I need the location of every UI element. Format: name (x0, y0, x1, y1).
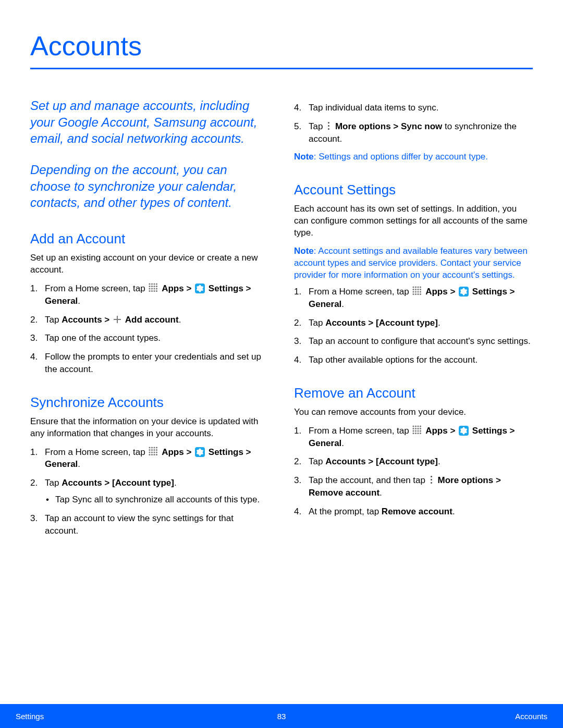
svg-point-45 (415, 293, 417, 295)
svg-point-7 (156, 286, 157, 287)
svg-point-34 (418, 286, 419, 288)
svg-point-4 (149, 286, 151, 287)
footer-page-number: 83 (277, 712, 286, 721)
svg-point-16 (149, 447, 151, 448)
text: Tap (45, 478, 62, 488)
add-account-lead: Set up an existing account on your devic… (30, 252, 269, 276)
svg-point-11 (156, 288, 157, 289)
text-bold: Apps > (162, 447, 194, 457)
svg-point-47 (420, 293, 421, 295)
text-bold: Apps > (425, 426, 458, 436)
step: Follow the prompts to enter your credent… (30, 351, 269, 376)
text: From a Home screen, tap (309, 426, 411, 436)
text-bold: Add account (125, 315, 179, 325)
svg-point-59 (420, 430, 421, 431)
step: Tap other available options for the acco… (294, 354, 533, 366)
svg-point-50 (418, 425, 419, 427)
svg-point-61 (415, 433, 417, 434)
svg-point-18 (154, 447, 155, 448)
acct-settings-lead: Each account has its own set of settings… (294, 203, 533, 239)
step: Tap one of the account types. (30, 332, 269, 344)
svg-point-10 (154, 288, 155, 289)
svg-point-6 (154, 286, 155, 287)
note-sync: Note: Settings and options differ by acc… (294, 151, 533, 163)
page-footer: Settings 83 Accounts (0, 704, 563, 728)
step: Tap an account to configure that account… (294, 335, 533, 348)
svg-point-0 (149, 283, 151, 285)
more-options-icon (429, 475, 434, 485)
apps-grid-icon (412, 286, 422, 295)
svg-point-48 (413, 425, 414, 427)
page-title: Accounts (30, 30, 533, 69)
text: . (179, 315, 181, 325)
heading-synchronize-accounts: Synchronize Accounts (30, 394, 269, 411)
step: From a Home screen, tap Apps > Se (294, 286, 533, 311)
svg-point-51 (420, 425, 421, 427)
sync-lead: Ensure that the information on your devi… (30, 416, 269, 440)
step: Tap Accounts > Add account. (30, 314, 269, 326)
svg-point-40 (413, 291, 414, 292)
svg-point-23 (156, 449, 157, 450)
text-bold: Accounts > [Account type] (325, 456, 438, 466)
svg-point-58 (418, 430, 419, 431)
svg-point-13 (151, 290, 153, 292)
svg-point-8 (149, 288, 151, 289)
text-bold: Apps > (425, 287, 458, 297)
note-label: Note (294, 246, 314, 256)
note-acct-settings: Note: Account settings and available fea… (294, 245, 533, 281)
text: From a Home screen, tap (45, 447, 148, 457)
sub-bullets: Tap Sync all to synchronize all accounts… (45, 493, 269, 506)
text: . (78, 296, 80, 306)
svg-point-21 (151, 449, 153, 450)
text: . (341, 438, 344, 448)
note-text: : Account settings and available feature… (294, 246, 528, 280)
remove-steps: From a Home screen, tap Apps > Se (294, 425, 533, 518)
svg-point-56 (413, 430, 414, 431)
plus-icon (113, 315, 121, 324)
left-column: Set up and manage accounts, including yo… (30, 97, 269, 543)
svg-point-60 (413, 433, 414, 434)
settings-gear-icon (459, 426, 469, 436)
note-label: Note (294, 152, 314, 162)
footer-left: Settings (16, 712, 44, 721)
svg-point-24 (149, 451, 151, 453)
text-bold: Accounts > [Account type] (62, 478, 174, 488)
footer-right: Accounts (515, 712, 547, 721)
apps-grid-icon (149, 447, 158, 456)
heading-add-account: Add an Account (30, 231, 269, 247)
svg-point-31 (156, 453, 157, 455)
step: From a Home screen, tap Apps > Se (294, 425, 533, 450)
text: . (380, 488, 382, 498)
text: Tap (309, 456, 325, 466)
svg-point-55 (420, 428, 421, 429)
more-options-icon (326, 121, 332, 131)
two-column-layout: Set up and manage accounts, including yo… (30, 97, 533, 543)
remove-lead: You can remove accounts from your device… (294, 406, 533, 418)
intro-paragraph-1: Set up and manage accounts, including yo… (30, 97, 269, 147)
svg-point-5 (151, 286, 153, 287)
page-content: Accounts Set up and manage accounts, inc… (0, 0, 563, 543)
settings-gear-icon (459, 287, 469, 297)
text-bold: Accounts > [Account type] (325, 318, 438, 328)
svg-point-25 (151, 451, 153, 453)
svg-point-2 (154, 283, 155, 285)
svg-point-33 (415, 286, 417, 288)
svg-point-41 (415, 291, 417, 292)
sync-steps-continued: Tap individual data items to sync. Tap M… (294, 102, 533, 145)
svg-point-42 (418, 291, 419, 292)
add-account-steps: From a Home screen, tap Apps > Se (30, 282, 269, 376)
svg-point-17 (151, 447, 153, 448)
text: . (174, 478, 177, 488)
step: From a Home screen, tap Apps > Se (30, 446, 269, 471)
svg-point-19 (156, 447, 157, 448)
svg-point-22 (154, 449, 155, 450)
right-column: Tap individual data items to sync. Tap M… (294, 97, 533, 543)
svg-point-27 (156, 451, 157, 453)
sub-bullet: Tap Sync all to synchronize all accounts… (45, 493, 269, 506)
text-bold: More options > Sync now (335, 121, 442, 131)
settings-gear-icon (195, 283, 205, 293)
text-bold: Apps > (162, 283, 194, 293)
text: . (452, 507, 455, 516)
text: . (438, 318, 440, 328)
svg-point-32 (413, 286, 414, 288)
